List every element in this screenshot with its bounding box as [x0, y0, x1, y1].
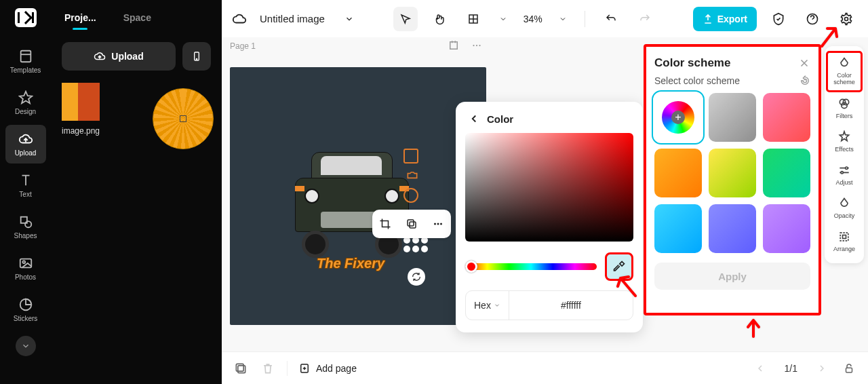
- export-button[interactable]: Export: [693, 7, 757, 31]
- hex-format-selector[interactable]: Hex: [466, 291, 509, 320]
- apply-button[interactable]: Apply: [654, 263, 810, 290]
- color-gradient-area[interactable]: [465, 133, 633, 242]
- color-scheme-swatch[interactable]: [709, 149, 756, 197]
- annotation-arrow: [745, 318, 762, 341]
- nav-more[interactable]: [16, 336, 36, 356]
- nav-design[interactable]: Design: [5, 83, 46, 122]
- color-scheme-swatch[interactable]: [709, 204, 756, 253]
- resize-dropdown-icon[interactable]: [495, 11, 511, 27]
- left-nav: Templates Design Upload Text Shapes Phot…: [0, 0, 51, 384]
- rail-label: Adjust: [835, 179, 852, 186]
- delete-page-icon[interactable]: [260, 360, 276, 377]
- hex-input-row: Hex #ffffff: [465, 290, 633, 320]
- svg-rect-26: [843, 235, 846, 238]
- duplicate-page-icon[interactable]: [233, 360, 249, 377]
- rail-label: Opacity: [834, 212, 855, 219]
- rail-adjust[interactable]: Adjust: [827, 158, 862, 191]
- color-scheme-swatch[interactable]: [654, 204, 702, 253]
- next-page-icon[interactable]: [814, 360, 830, 377]
- top-bar: Untitled image 34% Export: [222, 0, 868, 37]
- tab-project[interactable]: Proje...: [64, 12, 96, 23]
- rail-label: Arrange: [833, 246, 855, 252]
- divider: [287, 361, 288, 376]
- hand-tool[interactable]: [427, 7, 452, 31]
- title-dropdown-icon[interactable]: [341, 11, 357, 27]
- cursor-tool[interactable]: [393, 7, 418, 31]
- page-expand-icon[interactable]: [447, 39, 460, 52]
- crop-icon[interactable]: [377, 216, 393, 232]
- svg-rect-3: [20, 259, 31, 268]
- nav-shapes[interactable]: Shapes: [5, 208, 46, 246]
- redo-button[interactable]: [633, 7, 657, 31]
- drag-preview-overlay: [153, 88, 214, 149]
- left-panel: Proje... Space Upload image.png: [51, 0, 222, 384]
- mobile-preview-button[interactable]: [182, 42, 211, 71]
- artboard[interactable]: The Fixery: [230, 67, 486, 325]
- svg-point-13: [476, 45, 477, 46]
- nav-label: Templates: [10, 66, 41, 74]
- bottom-bar: Add page 1/1: [222, 351, 868, 384]
- rail-filters[interactable]: Filters: [827, 92, 862, 125]
- page-more-icon[interactable]: [470, 39, 484, 52]
- add-page-label: Add page: [316, 363, 357, 374]
- car-graphic[interactable]: [295, 152, 409, 254]
- nav-label: Text: [19, 191, 31, 198]
- svg-point-22: [842, 102, 847, 108]
- color-scheme-custom[interactable]: +: [654, 93, 702, 142]
- more-icon[interactable]: [430, 216, 446, 232]
- svg-rect-27: [238, 365, 245, 372]
- nav-text[interactable]: Text: [5, 166, 46, 205]
- document-title[interactable]: Untitled image: [260, 13, 325, 24]
- app-logo[interactable]: [15, 8, 37, 27]
- color-scheme-swatch[interactable]: [709, 93, 756, 142]
- prev-page-icon[interactable]: [752, 360, 768, 377]
- hue-slider[interactable]: [465, 263, 597, 270]
- rail-opacity[interactable]: Opacity: [827, 191, 862, 225]
- color-scheme-title: Color scheme: [654, 56, 730, 70]
- hex-value-input[interactable]: #ffffff: [509, 300, 633, 311]
- tab-space[interactable]: Space: [123, 12, 151, 23]
- color-scheme-swatch[interactable]: [654, 149, 702, 197]
- close-icon[interactable]: [798, 57, 810, 69]
- hue-thumb[interactable]: [465, 261, 477, 273]
- reset-icon[interactable]: [800, 75, 810, 86]
- svg-point-23: [846, 167, 848, 169]
- annotation-arrow: [616, 274, 637, 300]
- refresh-icon[interactable]: [408, 268, 425, 286]
- color-scheme-swatch[interactable]: [763, 93, 810, 142]
- nav-stickers[interactable]: Stickers: [5, 290, 46, 329]
- nav-photos[interactable]: Photos: [5, 249, 46, 288]
- rail-color-scheme[interactable]: Color scheme: [827, 52, 862, 92]
- unlock-icon[interactable]: [841, 360, 857, 377]
- add-page-button[interactable]: Add page: [298, 362, 357, 375]
- svg-rect-16: [408, 220, 414, 226]
- color-scheme-swatch[interactable]: [763, 204, 810, 253]
- shield-icon[interactable]: [766, 7, 791, 31]
- color-scheme-swatch[interactable]: [763, 149, 810, 197]
- color-picker-popup: Color Hex #ffffff: [456, 102, 643, 332]
- rail-effects[interactable]: Effects: [827, 125, 862, 158]
- fixery-text[interactable]: The Fixery: [317, 256, 384, 271]
- zoom-dropdown-icon[interactable]: [555, 11, 571, 27]
- nav-upload[interactable]: Upload: [5, 125, 46, 164]
- duplicate-icon[interactable]: [403, 216, 420, 232]
- nav-label: Upload: [15, 149, 37, 157]
- rail-label: Color scheme: [827, 73, 862, 86]
- nav-templates[interactable]: Templates: [5, 42, 46, 81]
- nav-label: Photos: [15, 273, 36, 281]
- cloud-sync-icon[interactable]: [231, 11, 248, 27]
- dots-icon: [403, 237, 428, 252]
- rail-arrange[interactable]: Arrange: [827, 225, 862, 258]
- zoom-level[interactable]: 34%: [521, 14, 545, 24]
- color-scheme-panel: Color scheme Select color scheme + Apply: [644, 44, 821, 315]
- nav-label: Design: [15, 108, 36, 115]
- svg-rect-0: [20, 51, 31, 62]
- svg-rect-28: [236, 364, 243, 371]
- svg-point-24: [841, 171, 843, 173]
- back-icon[interactable]: [468, 113, 480, 125]
- undo-button[interactable]: [599, 7, 623, 31]
- warning-icons: [403, 149, 421, 203]
- upload-button[interactable]: Upload: [62, 42, 176, 71]
- resize-tool[interactable]: [461, 7, 486, 31]
- upload-label: Upload: [111, 51, 143, 62]
